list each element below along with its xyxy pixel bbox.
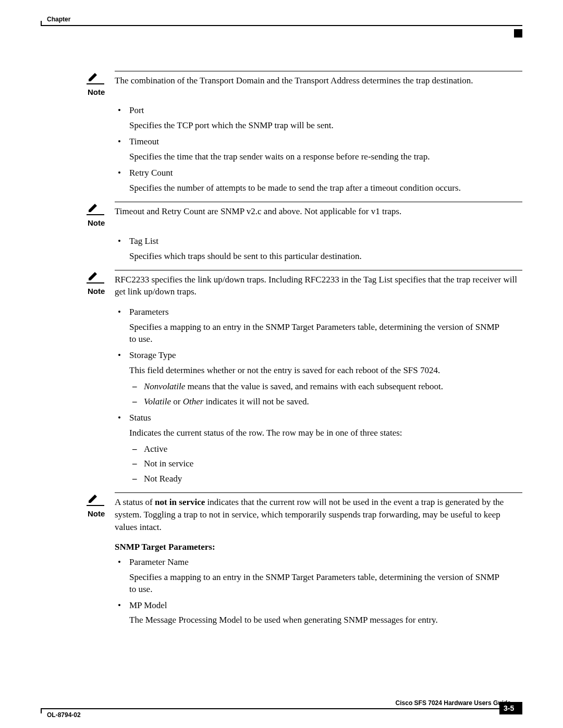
note-text: A status of not in service indicates tha… (115, 492, 522, 533)
bullet-list: Tag List Specifies which traps should be… (115, 236, 508, 263)
chapter-label: Chapter (47, 16, 70, 23)
sub-list-item: Active (129, 443, 508, 455)
list-item: MP Model The Message Processing Model to… (115, 600, 508, 627)
sub-list-item: Volatile or Other indicates it will not … (129, 396, 508, 408)
header-marker-square (514, 29, 522, 38)
pencil-icon (88, 271, 115, 283)
page-footer: Cisco SFS 7024 Hardware Users Guide OL-8… (41, 699, 522, 709)
note-text: RFC2233 specifies the link up/down traps… (115, 270, 522, 299)
bullet-list: Parameters Specifies a mapping to an ent… (115, 306, 508, 485)
page-header: Chapter (41, 16, 522, 26)
pencil-icon (88, 72, 115, 84)
note-block: Note RFC2233 specifies the link up/down … (88, 270, 522, 299)
note-block: Note Timeout and Retry Count are SNMP v2… (88, 202, 522, 227)
note-block: Note The combination of the Transport Do… (88, 71, 522, 96)
list-item: Port Specifies the TCP port which the SN… (115, 105, 508, 132)
note-label: Note (88, 509, 115, 518)
list-item: Storage Type This field determines wheth… (115, 350, 508, 408)
sub-list-item: Nonvolatile means that the value is save… (129, 381, 508, 393)
list-item: Parameters Specifies a mapping to an ent… (115, 306, 508, 346)
bullet-list: Parameter Name Specifies a mapping to an… (115, 557, 508, 627)
list-item: Status Indicates the current status of t… (115, 412, 508, 486)
note-label: Note (88, 218, 115, 227)
footer-doc-number: OL-8794-02 (47, 711, 81, 719)
list-item: Timeout Specifies the time that the trap… (115, 136, 508, 163)
pencil-icon (88, 203, 115, 215)
sub-list-item: Not in service (129, 458, 508, 470)
footer-marker-square (514, 703, 522, 711)
list-item: Tag List Specifies which traps should be… (115, 236, 508, 263)
section-heading: SNMP Target Parameters: (115, 542, 522, 552)
sub-list-item: Not Ready (129, 473, 508, 485)
list-item: Parameter Name Specifies a mapping to an… (115, 557, 508, 596)
note-label: Note (88, 287, 115, 295)
footer-title: Cisco SFS 7024 Hardware Users Guide (41, 699, 511, 707)
note-text: Timeout and Retry Count are SNMP v2.c an… (115, 202, 522, 218)
note-label: Note (88, 88, 115, 96)
pencil-icon (88, 493, 115, 506)
bullet-list: Port Specifies the TCP port which the SN… (115, 105, 508, 194)
note-text: The combination of the Transport Domain … (115, 71, 522, 87)
list-item: Retry Count Specifies the number of atte… (115, 167, 508, 194)
note-block: Note A status of not in service indicate… (88, 492, 522, 533)
